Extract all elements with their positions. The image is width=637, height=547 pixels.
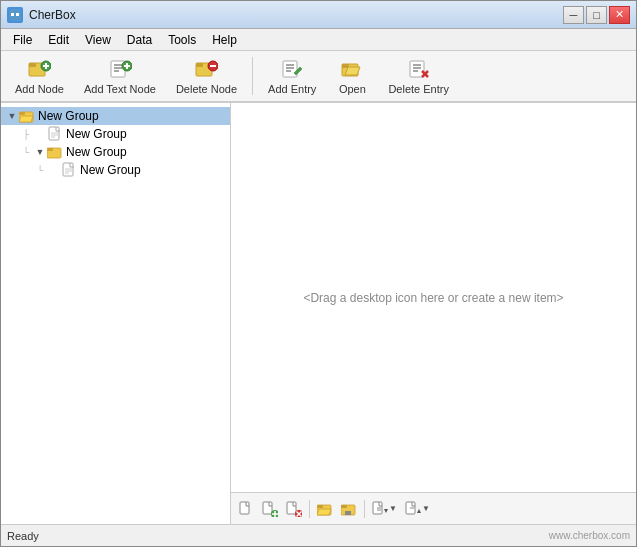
add-node-label: Add Node bbox=[15, 83, 64, 95]
main-window: CherBox ─ □ ✕ File Edit View Data Tools … bbox=[0, 0, 637, 547]
tree-label-1: New Group bbox=[38, 109, 99, 123]
tree-panel: ▼ New Group ├ ▶ bbox=[1, 103, 231, 524]
svg-marker-26 bbox=[345, 67, 360, 75]
add-text-node-button[interactable]: Add Text Node bbox=[75, 53, 165, 99]
add-entry-label: Add Entry bbox=[268, 83, 316, 95]
add-entry-button[interactable]: Add Entry bbox=[259, 53, 325, 99]
svg-rect-1 bbox=[11, 13, 14, 16]
delete-entry-label: Delete Entry bbox=[388, 83, 449, 95]
right-toolbar-sep-1 bbox=[309, 500, 310, 518]
export-dropdown-arrow[interactable]: ▼ bbox=[389, 504, 397, 513]
svg-marker-57 bbox=[317, 509, 331, 515]
right-delete-file-button[interactable] bbox=[283, 498, 305, 520]
right-toolbar-sep-2 bbox=[364, 500, 365, 518]
folder-open-icon-1 bbox=[19, 108, 35, 124]
import-dropdown-arrow[interactable]: ▼ bbox=[422, 504, 430, 513]
menu-help[interactable]: Help bbox=[204, 31, 245, 49]
delete-entry-button[interactable]: Delete Entry bbox=[379, 53, 458, 99]
toolbar-separator-1 bbox=[252, 57, 253, 95]
svg-marker-35 bbox=[19, 116, 33, 122]
title-bar: CherBox ─ □ ✕ bbox=[1, 1, 636, 29]
svg-rect-16 bbox=[196, 63, 203, 67]
folder-icon-3 bbox=[47, 144, 63, 160]
menu-file[interactable]: File bbox=[5, 31, 40, 49]
tree-label-4: New Group bbox=[80, 163, 141, 177]
delete-entry-icon bbox=[407, 57, 431, 81]
svg-rect-60 bbox=[345, 511, 351, 515]
right-export-button[interactable]: ▼ bbox=[369, 498, 400, 520]
svg-rect-56 bbox=[317, 505, 323, 508]
delete-node-button[interactable]: Delete Node bbox=[167, 53, 246, 99]
open-label: Open bbox=[339, 83, 366, 95]
tree-item-3[interactable]: └ ▼ New Group bbox=[1, 143, 230, 161]
title-buttons: ─ □ ✕ bbox=[563, 6, 630, 24]
close-button[interactable]: ✕ bbox=[609, 6, 630, 24]
tree-item-2[interactable]: ├ ▶ New Group bbox=[1, 125, 230, 143]
svg-rect-34 bbox=[19, 112, 25, 115]
file-icon-4 bbox=[61, 162, 77, 178]
delete-node-icon bbox=[194, 57, 218, 81]
toolbar: Add Node Add Text Node bbox=[1, 51, 636, 103]
right-folder-open-button[interactable] bbox=[314, 498, 336, 520]
tree-expander-4: ▶ bbox=[47, 163, 61, 177]
right-panel: <Drag a desktop icon here or create a ne… bbox=[231, 103, 636, 524]
status-bar: Ready www.cherbox.com bbox=[1, 524, 636, 546]
svg-rect-4 bbox=[29, 63, 36, 67]
add-node-button[interactable]: Add Node bbox=[6, 53, 73, 99]
svg-rect-19 bbox=[283, 61, 297, 77]
svg-rect-0 bbox=[9, 9, 21, 21]
add-text-node-label: Add Text Node bbox=[84, 83, 156, 95]
svg-rect-41 bbox=[47, 148, 53, 151]
svg-marker-64 bbox=[384, 509, 388, 513]
maximize-button[interactable]: □ bbox=[586, 6, 607, 24]
menu-view[interactable]: View bbox=[77, 31, 119, 49]
svg-rect-47 bbox=[263, 502, 272, 514]
add-entry-icon bbox=[280, 57, 304, 81]
menu-tools[interactable]: Tools bbox=[160, 31, 204, 49]
tree-item-1[interactable]: ▼ New Group bbox=[1, 107, 230, 125]
right-new-file-green-button[interactable] bbox=[259, 498, 281, 520]
file-icon-2 bbox=[47, 126, 63, 142]
menu-edit[interactable]: Edit bbox=[40, 31, 77, 49]
tree-line-3: └ bbox=[19, 147, 33, 157]
add-text-node-icon bbox=[108, 57, 132, 81]
status-watermark: www.cherbox.com bbox=[549, 530, 630, 541]
tree-label-3: New Group bbox=[66, 145, 127, 159]
window-title: CherBox bbox=[29, 8, 76, 22]
tree-expander-3[interactable]: ▼ bbox=[33, 145, 47, 159]
open-icon bbox=[340, 57, 364, 81]
add-node-icon bbox=[27, 57, 51, 81]
svg-marker-67 bbox=[417, 509, 421, 513]
delete-node-label: Delete Node bbox=[176, 83, 237, 95]
tree-item-4[interactable]: └ ▶ New Group bbox=[1, 161, 230, 179]
minimize-button[interactable]: ─ bbox=[563, 6, 584, 24]
right-import-button[interactable]: ▼ bbox=[402, 498, 433, 520]
menu-bar: File Edit View Data Tools Help bbox=[1, 29, 636, 51]
svg-rect-46 bbox=[240, 502, 249, 514]
menu-data[interactable]: Data bbox=[119, 31, 160, 49]
tree-expander-2: ▶ bbox=[33, 127, 47, 141]
right-panel-toolbar: ▼ ▼ bbox=[231, 492, 636, 524]
right-content-area: <Drag a desktop icon here or create a ne… bbox=[231, 103, 636, 492]
right-folder-save-button[interactable] bbox=[338, 498, 360, 520]
tree-line-4: └ bbox=[33, 165, 47, 175]
tree-line-2: ├ bbox=[19, 129, 33, 139]
open-button[interactable]: Open bbox=[327, 53, 377, 99]
right-new-file-button[interactable] bbox=[235, 498, 257, 520]
status-text: Ready bbox=[7, 530, 549, 542]
right-placeholder-text: <Drag a desktop icon here or create a ne… bbox=[303, 291, 563, 305]
svg-rect-2 bbox=[16, 13, 19, 16]
svg-rect-27 bbox=[410, 61, 424, 77]
app-icon bbox=[7, 7, 23, 23]
svg-rect-51 bbox=[287, 502, 296, 514]
tree-expander-1[interactable]: ▼ bbox=[5, 109, 19, 123]
main-content: ▼ New Group ├ ▶ bbox=[1, 103, 636, 524]
svg-rect-59 bbox=[341, 505, 347, 508]
title-bar-left: CherBox bbox=[7, 7, 76, 23]
tree-label-2: New Group bbox=[66, 127, 127, 141]
